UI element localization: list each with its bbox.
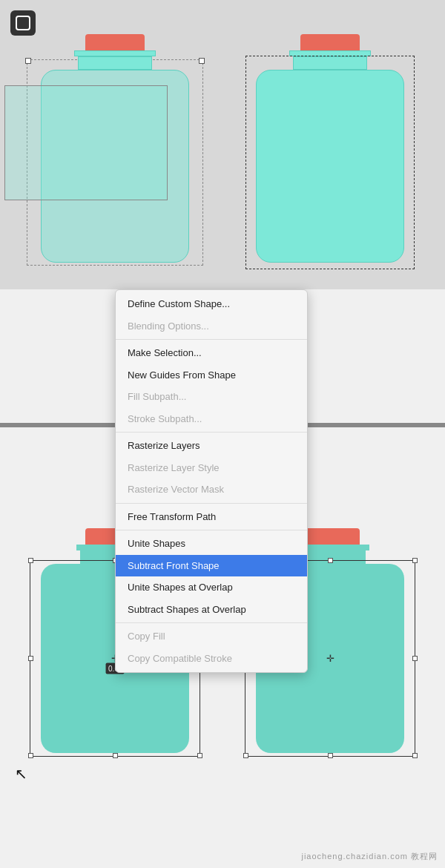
shape-tool-inner: [16, 16, 30, 30]
left-bottle-top: [41, 34, 189, 263]
center-cross-icon: ✛: [326, 653, 334, 664]
rhandle-tm[interactable]: [328, 558, 333, 563]
rhandle-br[interactable]: [412, 753, 418, 758]
right-bottle-top: [256, 34, 404, 263]
canvas-area-top: [0, 0, 445, 289]
left-neck-step: [74, 50, 156, 56]
left-bottle-cap-top: [85, 34, 145, 50]
rhandle-tr[interactable]: [412, 558, 418, 563]
right-bottle-cap-top: [300, 34, 360, 50]
arrow-cursor-icon: ↖: [15, 765, 27, 783]
left-bottle-neck-top: [78, 56, 152, 70]
menu-item-fill-subpath: Fill Subpath...: [116, 386, 307, 408]
handle-tl[interactable]: [28, 558, 33, 563]
menu-separator-4: [116, 530, 307, 530]
rhandle-bl[interactable]: [243, 753, 248, 758]
rect-overlay: [4, 85, 168, 200]
menu-item-unite-shapes[interactable]: Unite Shapes: [116, 533, 307, 555]
menu-item-free-transform[interactable]: Free Transform Path: [116, 506, 307, 528]
context-menu: Define Custom Shape... Blending Options.…: [115, 289, 308, 673]
menu-separator-5: [116, 622, 307, 623]
menu-item-rasterize-layers[interactable]: Rasterize Layers: [116, 435, 307, 457]
menu-item-unite-shapes-at-overlap[interactable]: Unite Shapes at Overlap: [116, 576, 307, 599]
menu-item-rasterize-layer-style: Rasterize Layer Style: [116, 457, 307, 479]
menu-separator-3: [116, 503, 307, 504]
rhandle-bm[interactable]: [328, 753, 333, 758]
menu-item-subtract-front-shape[interactable]: Subtract Front Shape: [116, 555, 307, 577]
watermark: jiaocheng.chazidian.com 教程网: [301, 851, 438, 862]
handle-ml[interactable]: [28, 656, 33, 661]
left-bottle-body-top: [41, 70, 189, 263]
shape-tool-icon[interactable]: [10, 10, 36, 36]
menu-item-stroke-subpath: Stroke Subpath...: [116, 408, 307, 430]
menu-item-blending-options: Blending Options...: [116, 315, 307, 338]
menu-separator-2: [116, 432, 307, 433]
menu-item-copy-fill: Copy Fill: [116, 625, 307, 648]
handle-bm[interactable]: [113, 753, 118, 758]
dashed-selection-top-right: [245, 56, 415, 269]
menu-item-new-guides[interactable]: New Guides From Shape: [116, 364, 307, 387]
menu-item-make-selection[interactable]: Make Selection...: [116, 342, 307, 364]
menu-separator-1: [116, 339, 307, 340]
menu-item-rasterize-vector-mask: Rasterize Vector Mask: [116, 479, 307, 501]
rhandle-mr[interactable]: [412, 656, 418, 661]
menu-item-define-custom-shape[interactable]: Define Custom Shape...: [116, 293, 307, 315]
bottom-right-cap: [300, 528, 360, 545]
right-bottle-neck-top: [293, 56, 367, 70]
handle-bl[interactable]: [28, 753, 33, 758]
menu-item-copy-compatible-stroke: Copy Compatible Stroke: [116, 648, 307, 670]
menu-item-subtract-shapes-at-overlap[interactable]: Subtract Shapes at Overlap: [116, 599, 307, 621]
top-section: Define Custom Shape... Blending Options.…: [0, 0, 445, 423]
handle-br[interactable]: [197, 753, 202, 758]
right-bottle-body-top: [256, 70, 404, 263]
